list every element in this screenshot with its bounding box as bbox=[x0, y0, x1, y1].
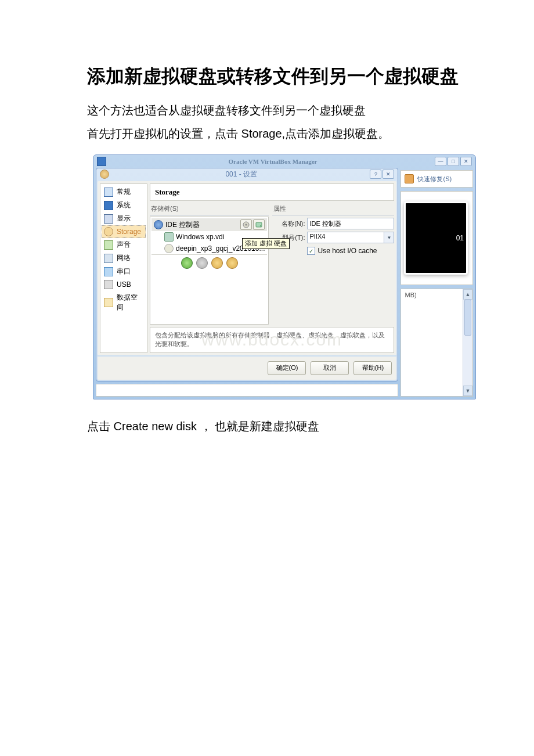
status-strip bbox=[96, 384, 398, 397]
svg-point-1 bbox=[246, 224, 247, 226]
dialog-help-button[interactable]: ? bbox=[370, 170, 381, 179]
sidebar-item-label: 串口 bbox=[117, 267, 131, 276]
tree-controller-row[interactable]: IDE 控制器 bbox=[151, 218, 267, 231]
tooltip: 添加 虚拟 硬盘 bbox=[242, 238, 290, 249]
audio-icon bbox=[104, 240, 113, 250]
outer-window-title: Oracle VM VirtualBox Manager bbox=[111, 158, 435, 165]
chip-icon bbox=[104, 201, 113, 210]
sidebar-item-label: USB bbox=[117, 280, 131, 289]
scroll-thumb[interactable] bbox=[464, 300, 471, 336]
sidebar-item-label: 网络 bbox=[117, 253, 131, 263]
disk-label: Windows xp.vdi bbox=[176, 233, 224, 241]
sidebar-item-label: Storage bbox=[117, 228, 141, 236]
quickfix-icon bbox=[405, 174, 414, 183]
paragraph-3: 点击 Create new disk ， 也就是新建虚拟硬盘 bbox=[87, 417, 476, 435]
details-panel: MB) ▲ ▼ bbox=[400, 289, 473, 397]
scroll-up-icon[interactable]: ▲ bbox=[463, 289, 472, 300]
cancel-button[interactable]: 取消 bbox=[311, 361, 349, 375]
storage-tree[interactable]: IDE 控制器 bbox=[150, 217, 269, 325]
vm-preview-panel: 01 bbox=[400, 191, 473, 285]
panel-title: Storage bbox=[150, 183, 394, 201]
sidebar-item-label: 系统 bbox=[117, 200, 131, 210]
settings-dialog: 001 - 设置 ? ✕ 常规 系统 显示 Storage bbox=[96, 168, 398, 381]
sidebar-item-usb[interactable]: USB bbox=[102, 278, 146, 291]
sidebar-item-network[interactable]: 网络 bbox=[102, 251, 146, 265]
svg-point-3 bbox=[260, 225, 261, 226]
network-icon bbox=[104, 254, 113, 263]
sidebar-item-general[interactable]: 常规 bbox=[102, 185, 146, 199]
controller-icon bbox=[154, 220, 163, 229]
host-io-cache-checkbox[interactable]: ✓ Use host I/O cache bbox=[307, 247, 394, 255]
folder-icon bbox=[104, 298, 113, 307]
gear-icon bbox=[100, 170, 109, 179]
remove-controller-button[interactable] bbox=[196, 257, 208, 269]
scroll-down-icon[interactable]: ▼ bbox=[463, 386, 472, 396]
details-text: MB) bbox=[401, 289, 472, 301]
usb-icon bbox=[104, 280, 113, 289]
settings-sidebar: 常规 系统 显示 Storage 声音 网络 串口 USB 数据空间 bbox=[100, 183, 147, 353]
monitor-icon bbox=[104, 188, 113, 197]
minimize-button[interactable]: — bbox=[435, 157, 446, 166]
properties-header: 属性 bbox=[272, 203, 394, 215]
description-box: 包含分配给该虚拟电脑的所有存储控制器、虚拟硬盘、虚拟光盘、虚拟软盘，以及光驱和软… bbox=[150, 327, 394, 353]
sidebar-item-display[interactable]: 显示 bbox=[102, 212, 146, 225]
paragraph-1: 这个方法也适合从虚拟硬盘转移文件到另一个虚拟硬盘 bbox=[87, 101, 476, 120]
hard-disk-icon bbox=[164, 232, 174, 242]
doc-title: 添加新虚拟硬盘或转移文件到另一个虚拟硬盘 bbox=[70, 64, 476, 89]
add-attachment-button[interactable] bbox=[211, 257, 223, 269]
checkbox-label: Use host I/O cache bbox=[317, 247, 377, 255]
chevron-down-icon[interactable]: ▼ bbox=[384, 232, 394, 243]
virtualbox-manager-window: Oracle VM VirtualBox Manager — □ ✕ 001 -… bbox=[93, 154, 476, 399]
sidebar-item-label: 声音 bbox=[117, 240, 131, 250]
vertical-scrollbar[interactable]: ▲ ▼ bbox=[463, 289, 472, 396]
add-hard-disk-button[interactable] bbox=[253, 219, 265, 230]
controller-label: IDE 控制器 bbox=[165, 220, 200, 230]
maximize-button[interactable]: □ bbox=[448, 157, 459, 166]
sidebar-item-label: 显示 bbox=[117, 214, 131, 224]
help-button[interactable]: 帮助(H) bbox=[353, 361, 392, 375]
paragraph-2: 首先打开虚拟机的设置，点击 Storage,点击添加虚拟硬盘。 bbox=[87, 124, 476, 143]
sidebar-item-label: 数据空间 bbox=[117, 293, 143, 312]
name-label: 名称(N): bbox=[272, 219, 305, 228]
checkbox-icon: ✓ bbox=[307, 247, 315, 255]
storage-tree-header: 存储树(S) bbox=[150, 203, 269, 215]
vm-preview-screen: 01 bbox=[404, 201, 468, 275]
serial-icon bbox=[104, 267, 113, 276]
display-icon bbox=[104, 214, 113, 224]
disk-icon bbox=[104, 227, 113, 236]
sidebar-item-storage[interactable]: Storage bbox=[102, 225, 146, 238]
dialog-close-button[interactable]: ✕ bbox=[383, 170, 394, 179]
sidebar-item-shared-folders[interactable]: 数据空间 bbox=[102, 291, 146, 314]
screenshot-figure: Oracle VM VirtualBox Manager — □ ✕ 001 -… bbox=[93, 154, 476, 399]
dialog-title: 001 - 设置 bbox=[113, 170, 370, 179]
ok-button[interactable]: 确定(O) bbox=[268, 361, 306, 375]
sidebar-item-audio[interactable]: 声音 bbox=[102, 238, 146, 251]
dialog-titlebar[interactable]: 001 - 设置 ? ✕ bbox=[96, 168, 398, 180]
controller-name-input[interactable] bbox=[307, 218, 394, 229]
controller-type-select[interactable]: PIIX4 bbox=[307, 232, 384, 243]
outer-titlebar[interactable]: Oracle VM VirtualBox Manager — □ ✕ bbox=[93, 155, 475, 168]
add-cd-button[interactable] bbox=[240, 219, 252, 230]
quick-fix-link[interactable]: 快速修复(S) bbox=[400, 170, 473, 188]
add-controller-button[interactable] bbox=[181, 257, 193, 269]
virtualbox-icon bbox=[97, 157, 106, 166]
sidebar-item-serial[interactable]: 串口 bbox=[102, 265, 146, 278]
remove-attachment-button[interactable] bbox=[226, 257, 238, 269]
quickfix-label: 快速修复(S) bbox=[417, 175, 452, 183]
sidebar-item-system[interactable]: 系统 bbox=[102, 199, 146, 212]
close-button[interactable]: ✕ bbox=[460, 157, 472, 166]
optical-disk-icon bbox=[164, 244, 174, 253]
sidebar-item-label: 常规 bbox=[117, 187, 131, 197]
